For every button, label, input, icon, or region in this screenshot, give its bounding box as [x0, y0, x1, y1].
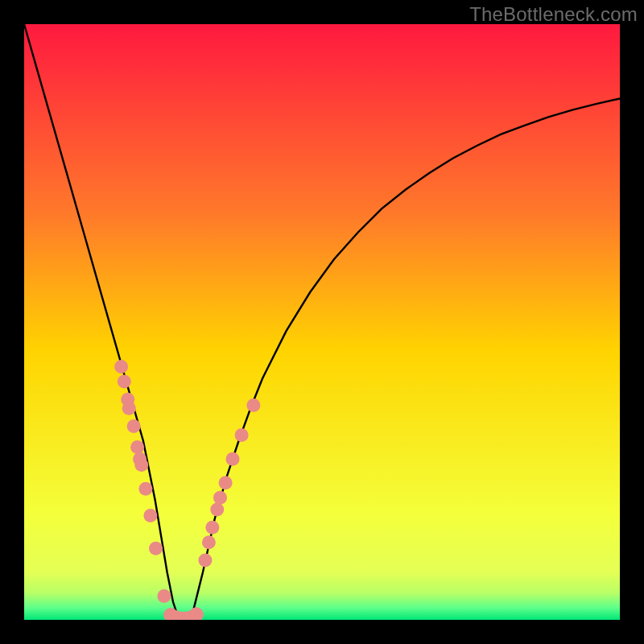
- data-marker: [114, 360, 128, 374]
- data-marker: [118, 375, 131, 389]
- data-marker: [198, 554, 212, 568]
- data-marker: [138, 482, 152, 496]
- data-marker: [143, 509, 157, 522]
- watermark-text: TheBottleneck.com: [469, 3, 638, 26]
- gradient-background: [24, 24, 620, 620]
- plot-area: [24, 24, 620, 620]
- data-marker: [213, 491, 227, 505]
- data-marker: [235, 428, 249, 442]
- data-marker: [246, 398, 260, 412]
- data-marker: [130, 440, 144, 454]
- data-marker: [127, 419, 141, 433]
- data-marker: [205, 521, 219, 535]
- data-marker: [134, 458, 148, 472]
- data-marker: [219, 476, 233, 489]
- data-marker: [226, 452, 240, 466]
- data-marker: [202, 535, 216, 549]
- data-marker: [157, 589, 171, 603]
- chart-frame: TheBottleneck.com: [0, 0, 644, 644]
- data-marker: [149, 542, 163, 555]
- data-marker: [122, 402, 136, 415]
- chart-svg: [24, 24, 620, 620]
- data-marker: [210, 503, 224, 517]
